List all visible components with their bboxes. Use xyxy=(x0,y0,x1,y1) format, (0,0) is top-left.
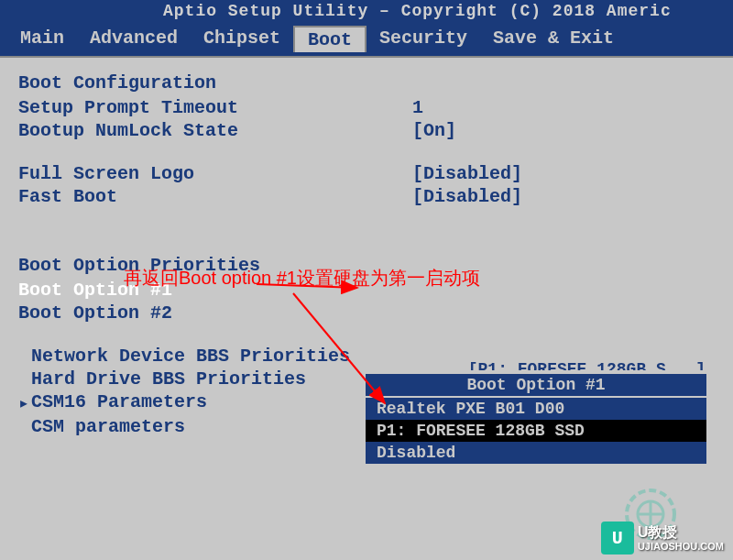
setting-label: Bootup NumLock State xyxy=(18,120,412,141)
menu-advanced[interactable]: Advanced xyxy=(77,26,191,52)
annotation-text: 再返回Boot option #1设置硬盘为第一启动项 xyxy=(124,266,480,291)
watermark-brand-cn: U教授 xyxy=(638,523,724,541)
menu-save-exit[interactable]: Save & Exit xyxy=(480,26,627,52)
setting-value: [On] xyxy=(412,120,456,141)
menu-security[interactable]: Security xyxy=(366,26,480,52)
setting-value: [Disabled] xyxy=(412,163,522,184)
submenu-arrow-icon xyxy=(18,346,31,367)
menu-boot[interactable]: Boot xyxy=(293,26,366,52)
content-area: Boot Configuration Setup Prompt Timeout … xyxy=(0,58,733,560)
setting-label: Full Screen Logo xyxy=(18,163,412,184)
submenu-arrow-icon xyxy=(18,416,31,437)
popup-item-realtek[interactable]: Realtek PXE B01 D00 xyxy=(366,398,706,420)
menu-main[interactable]: Main xyxy=(7,26,77,52)
submenu-label: CSM16 Parameters xyxy=(31,391,207,414)
setting-fast-boot[interactable]: Fast Boot [Disabled] xyxy=(18,186,715,207)
submenu-label: Network Device BBS Priorities xyxy=(31,346,350,367)
menu-bar: Main Advanced Chipset Boot Security Save… xyxy=(0,22,733,58)
popup-item-disabled[interactable]: Disabled xyxy=(366,442,706,464)
setting-value: [Disabled] xyxy=(412,186,522,207)
title-text: Aptio Setup Utility – Copyright (C) 2018… xyxy=(163,2,672,20)
submenu-label: Hard Drive BBS Priorities xyxy=(31,368,306,390)
submenu-arrow-icon: ▸ xyxy=(18,391,31,414)
setting-fullscreen-logo[interactable]: Full Screen Logo [Disabled] xyxy=(18,163,715,184)
popup-item-foresee[interactable]: P1: FORESEE 128GB SSD xyxy=(366,420,706,442)
watermark-logo-icon: U xyxy=(601,522,634,555)
boot-option-popup: Boot Option #1 Realtek PXE B01 D00 P1: F… xyxy=(362,370,710,467)
setting-numlock[interactable]: Bootup NumLock State [On] xyxy=(18,120,715,141)
section-boot-config: Boot Configuration xyxy=(18,72,715,93)
watermark: U U教授 UJIAOSHOU.COM xyxy=(601,522,724,555)
setting-label: Boot Option #2 xyxy=(18,302,412,324)
watermark-brand-en: UJIAOSHOU.COM xyxy=(638,541,724,553)
bios-screen: Aptio Setup Utility – Copyright (C) 2018… xyxy=(0,0,733,560)
popup-title: Boot Option #1 xyxy=(366,374,706,398)
watermark-text: U教授 UJIAOSHOU.COM xyxy=(638,523,724,553)
boot-option-2[interactable]: Boot Option #2 xyxy=(18,302,715,324)
title-bar: Aptio Setup Utility – Copyright (C) 2018… xyxy=(0,0,733,22)
setting-value: 1 xyxy=(412,97,423,118)
setting-label: Setup Prompt Timeout xyxy=(18,97,412,118)
menu-chipset[interactable]: Chipset xyxy=(191,26,293,52)
setting-prompt-timeout[interactable]: Setup Prompt Timeout 1 xyxy=(18,97,715,118)
submenu-arrow-icon xyxy=(18,368,31,390)
submenu-label: CSM parameters xyxy=(31,416,185,437)
setting-label: Fast Boot xyxy=(18,186,412,207)
